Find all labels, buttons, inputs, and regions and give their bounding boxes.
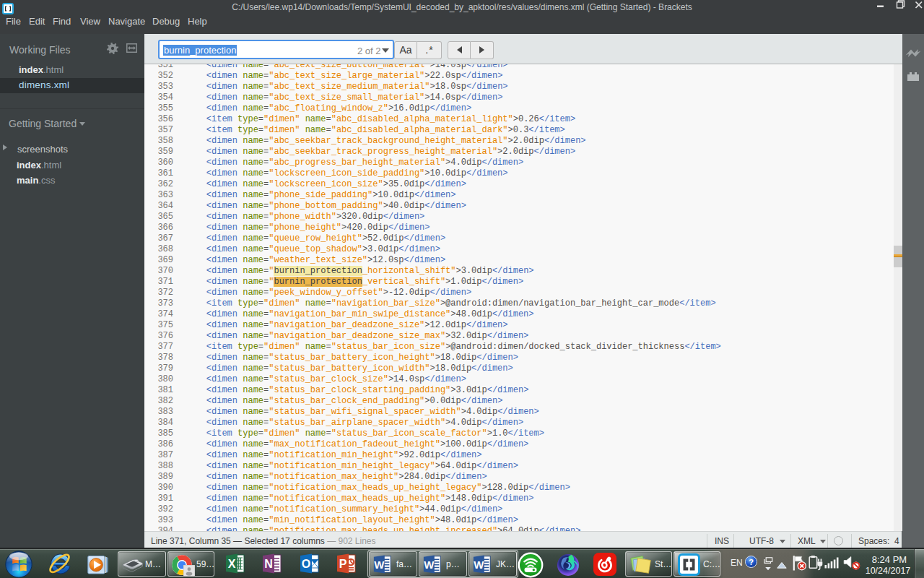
svg-text:N: N [264,558,273,570]
svg-text:?: ? [749,558,754,566]
svg-text:O: O [302,558,310,570]
svg-text:P: P [339,558,347,570]
svg-text:W: W [374,558,385,571]
svg-text:X: X [228,558,236,570]
svg-text:W: W [424,558,435,571]
svg-text:W: W [474,558,484,571]
